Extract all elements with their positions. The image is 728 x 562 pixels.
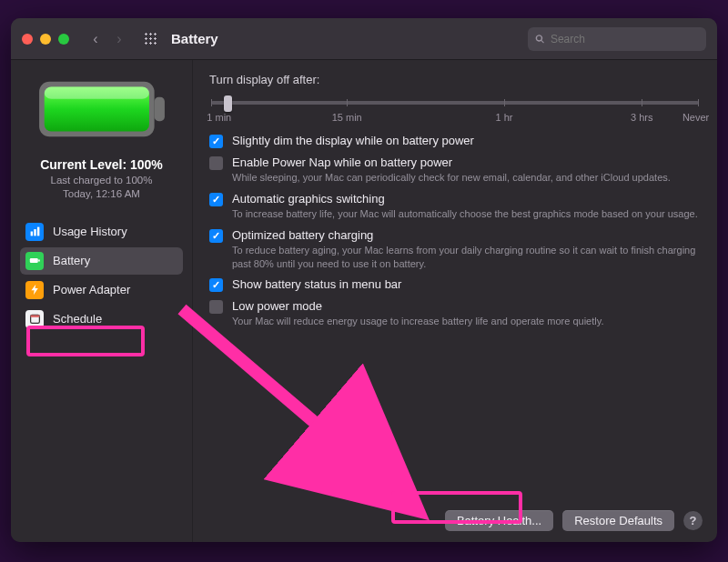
option-label: Slightly dim the display while on batter… (232, 134, 474, 147)
checkbox[interactable] (209, 193, 223, 206)
option-description: While sleeping, your Mac can periodicall… (232, 171, 671, 185)
slider-title: Turn display off after: (209, 73, 701, 86)
restore-defaults-button[interactable]: Restore Defaults (562, 510, 674, 531)
back-button[interactable]: ‹ (87, 31, 104, 47)
svg-rect-6 (36, 227, 38, 236)
option-description: To reduce battery aging, your Mac learns… (232, 244, 701, 271)
slider-track (211, 101, 699, 105)
close-icon[interactable] (22, 34, 33, 45)
forward-button[interactable]: › (111, 31, 127, 47)
svg-rect-7 (29, 258, 37, 263)
svg-rect-5 (34, 229, 35, 236)
sidebar-item-usage-history[interactable]: Usage History (20, 218, 183, 246)
checkbox[interactable] (209, 300, 223, 314)
battery-meta: Current Level: 100% Last charged to 100%… (40, 156, 163, 202)
footer-buttons: Battery Health... Restore Defaults ? (445, 510, 703, 531)
option-row: Slightly dim the display while on batter… (209, 134, 701, 148)
checkbox[interactable] (209, 278, 223, 292)
option-row: Optimized battery chargingTo reduce batt… (209, 228, 701, 271)
charge-timestamp: Today, 12:16 AM (40, 187, 163, 202)
battery-large-icon (37, 78, 167, 140)
bolt-icon (25, 281, 44, 299)
search-field[interactable] (528, 27, 706, 51)
battery-icon (25, 252, 44, 270)
option-label: Optimized battery charging (232, 228, 701, 242)
svg-rect-4 (30, 232, 32, 236)
option-label: Enable Power Nap while on battery power (232, 156, 671, 169)
minimize-icon[interactable] (40, 34, 51, 45)
slider-thumb[interactable] (224, 95, 232, 112)
option-label: Automatic graphics switching (232, 192, 698, 206)
last-charged: Last charged to 100% (40, 174, 163, 188)
sidebar-item-battery[interactable]: Battery (20, 247, 183, 275)
chart-icon (25, 223, 44, 241)
sidebar-item-label: Usage History (53, 225, 127, 238)
option-row: Automatic graphics switchingTo increase … (209, 192, 701, 221)
checkbox[interactable] (209, 156, 223, 170)
checkbox[interactable] (209, 229, 223, 243)
help-button[interactable]: ? (683, 511, 703, 530)
battery-health-button[interactable]: Battery Health... (445, 510, 553, 531)
sidebar-item-label: Power Adapter (53, 283, 130, 296)
svg-rect-8 (38, 260, 40, 262)
window-controls (22, 34, 69, 45)
current-level: Current Level: 100% (40, 156, 163, 174)
option-row: Show battery status in menu bar (209, 277, 701, 292)
zoom-icon[interactable] (58, 34, 69, 45)
search-input[interactable] (551, 33, 699, 45)
display-off-slider[interactable]: 1 min 15 min 1 hr 3 hrs Never (209, 90, 701, 125)
option-label: Low power mode (232, 299, 603, 313)
option-row: Low power modeYour Mac will reduce energ… (209, 299, 701, 328)
sidebar-item-label: Schedule (53, 312, 102, 326)
calendar-icon (25, 310, 44, 328)
svg-rect-10 (30, 316, 39, 317)
svg-rect-1 (154, 97, 164, 121)
titlebar: ‹ › Battery (11, 18, 717, 60)
search-icon (535, 34, 545, 45)
option-row: Enable Power Nap while on battery powerW… (209, 156, 701, 185)
battery-preferences-window: ‹ › Battery Current (11, 18, 717, 542)
sidebar: Current Level: 100% Last charged to 100%… (11, 60, 193, 542)
option-description: To increase battery life, your Mac will … (232, 207, 698, 221)
sidebar-item-label: Battery (53, 254, 90, 267)
page-title: Battery (171, 31, 218, 46)
option-label: Show battery status in menu bar (232, 277, 401, 291)
sidebar-item-power-adapter[interactable]: Power Adapter (20, 276, 183, 304)
sidebar-list: Usage History Battery Power Adapter (20, 218, 183, 333)
all-prefs-icon[interactable] (144, 32, 158, 46)
option-description: Your Mac will reduce energy usage to inc… (232, 315, 603, 328)
main-panel: Turn display off after: 1 min 15 min 1 h… (193, 60, 717, 542)
checkbox[interactable] (209, 135, 223, 148)
sidebar-item-schedule[interactable]: Schedule (20, 306, 183, 333)
svg-rect-3 (44, 86, 148, 98)
